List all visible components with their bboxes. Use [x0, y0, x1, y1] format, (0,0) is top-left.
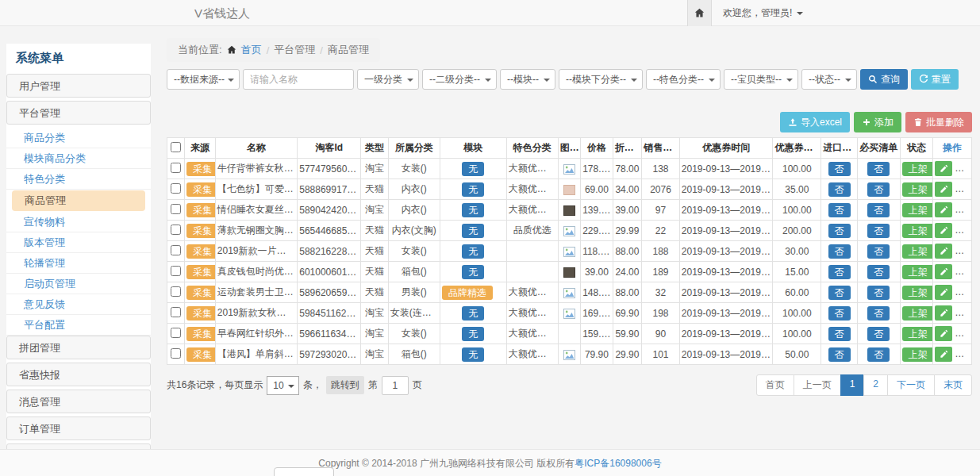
pager-button[interactable]: 末页 [934, 374, 972, 396]
filter-select-source[interactable]: --数据来源-- [167, 69, 240, 90]
must-buy-toggle[interactable]: 否 [867, 182, 890, 197]
row-checkbox[interactable] [171, 225, 181, 235]
row-checkbox[interactable] [171, 307, 181, 317]
reset-button[interactable]: 重置 [911, 69, 959, 90]
row-checkbox[interactable] [171, 183, 181, 194]
sidebar-item[interactable]: 省惠快报 [6, 363, 151, 386]
import-optimal-toggle[interactable]: 否 [828, 306, 851, 321]
edit-button[interactable] [935, 223, 952, 238]
home-button[interactable] [687, 0, 712, 26]
must-buy-toggle[interactable]: 否 [867, 306, 890, 321]
must-buy-toggle[interactable]: 否 [867, 224, 890, 238]
must-buy-toggle[interactable]: 否 [867, 162, 890, 176]
import-optimal-toggle[interactable]: 否 [828, 162, 851, 176]
edit-button[interactable] [935, 182, 952, 197]
import-excel-button[interactable]: 导入excel [780, 112, 850, 132]
filter-select[interactable]: --状态-- [801, 69, 857, 90]
sidebar-item[interactable]: 兑换管理 [6, 443, 151, 449]
row-checkbox[interactable] [171, 204, 181, 214]
must-buy-toggle[interactable]: 否 [867, 327, 890, 341]
import-optimal-toggle[interactable]: 否 [828, 182, 851, 197]
filter-select[interactable]: --模块下分类-- [559, 69, 643, 90]
filter-select[interactable]: --二级分类-- [422, 69, 497, 90]
import-optimal-toggle[interactable]: 否 [828, 286, 851, 300]
name-search-input[interactable] [243, 69, 354, 90]
jump-suffix: 页 [413, 378, 422, 392]
sidebar-item[interactable]: 特色分类 [6, 169, 151, 190]
edit-button[interactable] [935, 264, 952, 279]
edit-button[interactable] [935, 202, 952, 217]
breadcrumb-home-link[interactable]: 首页 [241, 43, 262, 57]
edit-button[interactable] [935, 347, 952, 362]
import-optimal-toggle[interactable]: 否 [828, 203, 851, 217]
sidebar-item[interactable]: 模块商品分类 [6, 148, 151, 169]
pager-button[interactable]: 1 [840, 374, 865, 396]
query-button[interactable]: 查询 [860, 69, 908, 90]
sidebar-item[interactable]: 用户管理 [6, 74, 151, 98]
row-checkbox[interactable] [171, 328, 181, 338]
sidebar-item[interactable]: 平台管理 [6, 101, 151, 125]
per-page-select[interactable]: 10 [267, 376, 298, 395]
pager-button[interactable]: 上一页 [794, 374, 841, 396]
status-badge[interactable]: 上架 [902, 265, 933, 279]
status-badge[interactable]: 上架 [902, 203, 933, 217]
edit-button[interactable] [935, 244, 952, 259]
import-optimal-toggle[interactable]: 否 [828, 327, 851, 341]
must-buy-toggle[interactable]: 否 [867, 286, 890, 300]
jump-button[interactable]: 跳转到 [326, 376, 364, 394]
import-optimal-toggle[interactable]: 否 [828, 347, 851, 362]
row-checkbox[interactable] [171, 266, 181, 276]
import-optimal-toggle[interactable]: 否 [828, 265, 851, 279]
filter-select[interactable]: 一级分类 [357, 69, 419, 90]
sidebar-item[interactable]: 意见反馈 [6, 294, 151, 315]
status-badge[interactable]: 上架 [902, 306, 933, 321]
sidebar-item[interactable]: 平台配置 [6, 315, 151, 336]
sidebar-item[interactable]: 商品分类 [6, 128, 151, 148]
edit-button[interactable] [935, 326, 952, 341]
sidebar-item[interactable]: 商品管理 [12, 190, 145, 211]
pager-button[interactable]: 下一页 [887, 374, 935, 396]
sidebar-item[interactable]: 版本管理 [6, 232, 151, 253]
batch-delete-button[interactable]: 批量删除 [905, 112, 972, 132]
edit-button[interactable] [935, 305, 952, 321]
must-buy-toggle[interactable]: 否 [867, 244, 890, 259]
must-buy-toggle[interactable]: 否 [867, 265, 890, 279]
pager: 首页 上一页 1 2 下一页 末页 [756, 374, 972, 396]
icp-link[interactable]: 粤ICP备16098006号 [575, 458, 661, 469]
import-optimal-toggle[interactable]: 否 [828, 224, 851, 238]
status-badge[interactable]: 上架 [902, 162, 933, 176]
filter-select[interactable]: --模块-- [500, 69, 555, 90]
sidebar-item-label: 省惠快报 [19, 369, 60, 381]
must-buy-toggle[interactable]: 否 [867, 347, 890, 362]
row-checkbox[interactable] [171, 245, 181, 255]
sidebar-item[interactable]: 宣传物料 [6, 212, 151, 232]
sidebar-item[interactable]: 启动页管理 [6, 274, 151, 294]
user-menu[interactable]: 欢迎您，管理员! [712, 0, 814, 26]
sidebar-item[interactable]: 轮播管理 [6, 253, 151, 274]
filter-select[interactable]: --特色分类-- [646, 69, 721, 90]
status-badge[interactable]: 上架 [902, 327, 933, 341]
sidebar-item[interactable]: 消息管理 [6, 390, 151, 413]
status-badge[interactable]: 上架 [902, 224, 933, 238]
page-number-input[interactable] [382, 376, 409, 395]
row-checkbox[interactable] [171, 286, 181, 297]
must-buy-toggle[interactable]: 否 [867, 203, 890, 217]
status-badge[interactable]: 上架 [902, 347, 933, 362]
edit-button[interactable] [935, 161, 952, 176]
row-checkbox[interactable] [171, 163, 181, 173]
cell-discount-price: 88.00 [613, 282, 642, 303]
import-optimal-toggle[interactable]: 否 [828, 244, 851, 259]
cell-discount-price: 88.00 [613, 241, 642, 262]
sidebar-item[interactable]: 拼团管理 [6, 336, 151, 359]
filter-select[interactable]: --宝贝类型-- [724, 69, 798, 90]
edit-button[interactable] [935, 285, 952, 300]
status-badge[interactable]: 上架 [902, 182, 933, 197]
add-button[interactable]: 添加 [854, 112, 901, 132]
row-checkbox[interactable] [171, 348, 181, 359]
status-badge[interactable]: 上架 [902, 244, 933, 259]
pager-button[interactable]: 2 [863, 374, 888, 396]
select-all-checkbox[interactable] [171, 142, 181, 152]
sidebar-item[interactable]: 订单管理 [6, 416, 151, 440]
status-badge[interactable]: 上架 [902, 286, 933, 300]
pager-button[interactable]: 首页 [756, 374, 794, 396]
